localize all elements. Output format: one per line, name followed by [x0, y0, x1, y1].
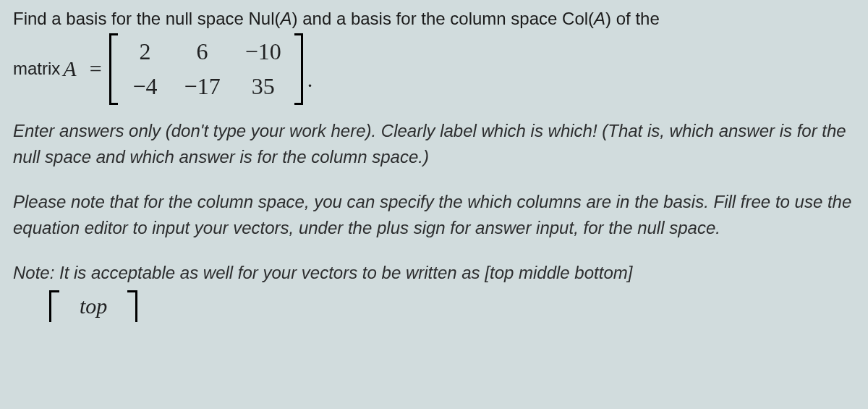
bracket-left-partial: [49, 290, 58, 322]
matrix-var: A: [63, 56, 76, 81]
cell-r1c3: −10: [245, 38, 281, 65]
period: .: [307, 67, 313, 105]
equals-sign: =: [90, 56, 102, 81]
cell-r2c2: −17: [184, 72, 221, 100]
instruction-2: Please note that for the column space, y…: [13, 189, 855, 241]
top-label: top: [58, 290, 129, 322]
text-mid: ) and a basis for the column space Col(: [292, 9, 595, 28]
text-post: ) of the: [605, 9, 660, 28]
matrix-body: 2 6 −10 −4 −17 35: [118, 33, 294, 105]
bracket-right-partial: [129, 290, 137, 322]
problem-container: Find a basis for the null space Nul(A) a…: [0, 0, 868, 334]
cell-r2c3: 35: [245, 72, 281, 100]
cell-r2c1: −4: [131, 72, 160, 100]
text-pre: Find a basis for the null space Nul(: [13, 9, 281, 28]
cell-r1c2: 6: [184, 38, 221, 65]
matrix-definition: matrix A = 2 6 −10 −4 −17 35 .: [13, 33, 855, 105]
cell-r1c1: 2: [131, 38, 160, 65]
problem-statement-line1: Find a basis for the null space Nul(A) a…: [13, 9, 855, 29]
note-line: Note: It is acceptable as well for your …: [13, 260, 855, 286]
bracket-right: [294, 33, 303, 105]
instruction-1: Enter answers only (don't type your work…: [13, 118, 855, 170]
var-A-2: A: [594, 9, 605, 28]
var-A-1: A: [281, 9, 292, 28]
matrix-A: 2 6 −10 −4 −17 35: [109, 33, 303, 105]
bracket-left: [109, 33, 118, 105]
matrix-label: matrix: [13, 59, 60, 79]
vector-bracket-example: top: [49, 290, 137, 322]
